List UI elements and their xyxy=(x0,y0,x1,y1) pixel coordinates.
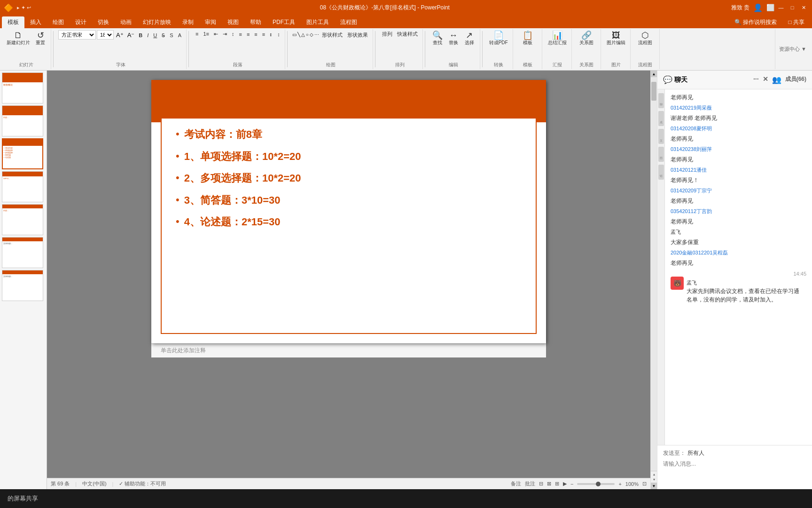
flowchart2-button[interactable]: ⬡ 流程图 xyxy=(636,30,654,47)
resource-center[interactable]: 资源中心 ▼ xyxy=(775,29,810,69)
zoom-slider[interactable] xyxy=(577,483,615,485)
convert-pdf-button[interactable]: 📄 转成PDF xyxy=(487,30,510,47)
prev-slide-btn[interactable]: ▴ xyxy=(653,472,655,476)
slide-thumb-4[interactable]: SPPO... xyxy=(2,171,43,202)
send-to-value[interactable]: 所有人 xyxy=(687,449,704,457)
font-color-button[interactable]: A xyxy=(176,32,183,39)
zoom-minus[interactable]: − xyxy=(570,481,573,487)
chat-sidebar-icon-3[interactable]: 文 xyxy=(658,129,664,144)
slide[interactable]: • 考试内容：前8章 • 1、单项选择题：10*2=20 • 2、多项选择题：1… xyxy=(151,80,546,343)
restore-button[interactable]: □ xyxy=(788,3,797,12)
bold-button[interactable]: B xyxy=(137,32,144,39)
tab-flowchart[interactable]: 流程图 xyxy=(335,16,363,28)
numbering-button[interactable]: 1≡ xyxy=(201,31,211,37)
scroll-track[interactable] xyxy=(651,77,657,471)
justify-button[interactable]: ≡ xyxy=(260,31,267,38)
shape-circle[interactable]: ○ xyxy=(306,32,309,37)
msg-sender-6[interactable]: 035420112丁言韵 xyxy=(671,208,806,215)
relation-button[interactable]: 🔗 关系图 xyxy=(578,30,595,47)
text-direction-button[interactable]: ↕ xyxy=(275,31,282,38)
chat-sidebar-icon-2[interactable]: 成 xyxy=(658,111,664,126)
align-left-button[interactable]: ≡ xyxy=(237,31,243,38)
chat-sidebar-icon-4[interactable]: 图 xyxy=(658,147,664,162)
slide-thumb-1[interactable]: 财政概论 xyxy=(2,72,43,103)
template-button[interactable]: 📋 模板 xyxy=(520,30,535,47)
tab-help[interactable]: 帮助 xyxy=(244,16,267,28)
slide-thumb-5[interactable]: 内容... xyxy=(2,204,43,235)
slide-content[interactable]: • 考试内容：前8章 • 1、单项选择题：10*2=20 • 2、多项选择题：1… xyxy=(161,118,537,334)
shadow-button[interactable]: S xyxy=(168,32,175,39)
arrange-button[interactable]: 排列 xyxy=(380,30,394,38)
slide-thumb-3[interactable]: • 考试内容• 单项选择• 多项选择• 简答题• 论述题 xyxy=(2,138,43,169)
chat-input[interactable] xyxy=(663,460,806,484)
align-right-button[interactable]: ≡ xyxy=(252,31,259,38)
shape-tri[interactable]: △ xyxy=(301,32,305,37)
tab-animation[interactable]: 动画 xyxy=(115,16,137,28)
font-size-select[interactable]: 18 24 xyxy=(97,30,114,40)
scroll-up-btn[interactable]: ▲ xyxy=(651,71,657,77)
tab-design[interactable]: 设计 xyxy=(70,16,92,28)
quick-style-button[interactable]: 快速样式 xyxy=(395,30,420,38)
tab-draw[interactable]: 绘图 xyxy=(47,16,70,28)
tab-transition[interactable]: 切换 xyxy=(92,16,115,28)
view-grid-btn[interactable]: ⊞ xyxy=(555,481,559,487)
view-normal-btn[interactable]: ⊟ xyxy=(539,481,543,487)
view-presenter-btn[interactable]: ▶ xyxy=(563,481,567,487)
fit-page-btn[interactable]: ⊡ xyxy=(642,481,647,487)
minimize-button[interactable]: — xyxy=(776,3,786,12)
select-button[interactable]: ↗ 选择 xyxy=(462,30,477,47)
summary-button[interactable]: 📊 总结汇报 xyxy=(546,30,569,47)
tab-record[interactable]: 录制 xyxy=(177,16,199,28)
tab-template[interactable]: 模板 xyxy=(2,16,24,28)
msg-sender-8[interactable]: 2020金融0312201吴程磊 xyxy=(671,249,806,256)
replace-button[interactable]: ↔ 替换 xyxy=(446,30,461,47)
tab-picture[interactable]: 图片工具 xyxy=(301,16,335,28)
new-slide-button[interactable]: 🗋 新建幻灯片 xyxy=(5,30,32,47)
msg-sender-1[interactable]: 031420219周采薇 xyxy=(671,104,806,111)
tab-insert[interactable]: 插入 xyxy=(24,16,47,28)
close-button[interactable]: ✕ xyxy=(799,3,808,12)
vertical-scrollbar[interactable]: ▲ ▴ ▾ ▼ xyxy=(650,71,657,489)
scroll-down-btn[interactable]: ▼ xyxy=(651,483,657,489)
shape-effects-button[interactable]: 形状效果 xyxy=(345,31,370,39)
tab-slideshow[interactable]: 幻灯片放映 xyxy=(137,16,177,28)
image-button[interactable]: 🖼 图片编辑 xyxy=(605,30,627,47)
decrease-indent-button[interactable]: ⇤ xyxy=(212,31,220,38)
tab-view[interactable]: 视图 xyxy=(222,16,244,28)
font-family-select[interactable]: 方正书宋 xyxy=(58,30,96,40)
msg-sender-2[interactable]: 031420208夏怀明 xyxy=(671,125,806,132)
chat-more-btn[interactable]: ··· xyxy=(753,75,759,84)
shape-rect[interactable]: ▭ xyxy=(292,32,297,37)
tab-search[interactable]: 🔍 操作说明搜索 xyxy=(729,16,782,28)
bullets-button[interactable]: ≡ xyxy=(194,31,200,37)
align-center-button[interactable]: ≡ xyxy=(245,31,251,38)
decrease-font-button[interactable]: A⁻ xyxy=(126,31,136,39)
underline-button[interactable]: U xyxy=(151,32,159,39)
shape-diamond[interactable]: ◇ xyxy=(310,32,313,37)
slide-thumb-2[interactable]: 内容... xyxy=(2,105,43,136)
slide-thumb-6[interactable]: 文本内容... xyxy=(2,237,43,268)
shape-styles-button[interactable]: 形状样式 xyxy=(320,31,344,39)
notes-btn[interactable]: 备注 xyxy=(511,480,521,487)
columns-button[interactable]: ⫾ xyxy=(268,31,274,38)
msg-sender-4[interactable]: 031420121潘佳 xyxy=(671,167,806,174)
shape-more[interactable]: ⋯ xyxy=(314,32,319,37)
tab-pdf[interactable]: PDF工具 xyxy=(267,16,301,28)
find-button[interactable]: 🔍 查找 xyxy=(430,30,445,47)
italic-button[interactable]: I xyxy=(145,32,150,39)
slide-panel[interactable]: 财政概论 内容... • 考试内容• 单项选择• 多项选择• 简答题• 论述题 xyxy=(0,71,47,489)
zoom-plus[interactable]: + xyxy=(618,481,621,487)
msg-sender-5[interactable]: 031420209丁宗宁 xyxy=(671,187,806,194)
chat-sidebar-icon-1[interactable]: 聊 xyxy=(658,93,664,108)
increase-font-button[interactable]: A⁺ xyxy=(115,31,125,39)
strikethrough-button[interactable]: S̶ xyxy=(160,32,167,39)
comments-btn[interactable]: 批注 xyxy=(525,480,535,487)
chat-close-btn[interactable]: ✕ xyxy=(763,75,768,84)
msg-sender-3[interactable]: 031420238刘丽萍 xyxy=(671,146,806,153)
tab-review[interactable]: 审阅 xyxy=(199,16,222,28)
chat-sidebar-icon-5[interactable]: 链 xyxy=(658,165,664,180)
notes-area[interactable]: 单击此处添加注释 xyxy=(151,343,546,357)
sort-button[interactable]: ↕ xyxy=(230,31,236,37)
shape-line[interactable]: ╲ xyxy=(297,32,300,37)
increase-indent-button[interactable]: ⇥ xyxy=(221,31,229,38)
